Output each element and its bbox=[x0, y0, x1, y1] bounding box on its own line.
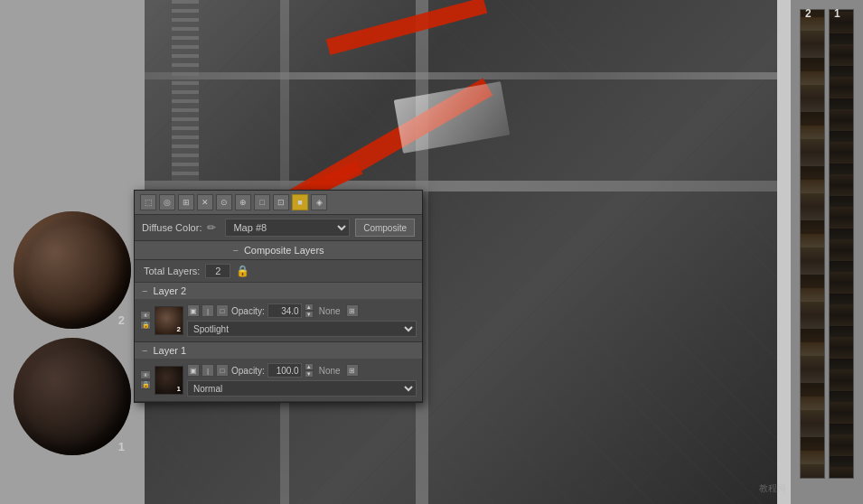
sphere-2-preview[interactable] bbox=[14, 211, 131, 329]
layer-2-none-label: None bbox=[316, 306, 343, 316]
layer-1-opacity-label: Opacity: bbox=[231, 366, 265, 376]
layer-1-spinner: ▲ ▼ bbox=[305, 363, 314, 378]
composite-layers-panel: − Composite Layers Total Layers: 2 🔒 − L… bbox=[135, 241, 422, 402]
eyedropper-icon[interactable]: ✏ bbox=[207, 221, 220, 234]
mat-editor-toolbar: ⬚ ◎ ⊞ ✕ ⊙ ⊕ □ ⊡ ■ ◈ bbox=[135, 191, 422, 215]
tex-strip-2-label: 2 bbox=[805, 7, 811, 20]
layer-1-section: − Layer 1 👁 🔒 1 ▣ | □ bbox=[135, 342, 422, 402]
lock-icon: 🔒 bbox=[236, 265, 249, 277]
layer-1-body: 👁 🔒 1 ▣ | □ Opacity: bbox=[135, 359, 422, 401]
composite-layers-title: Composite Layers bbox=[244, 245, 324, 256]
toolbar-icon-6[interactable]: ⊕ bbox=[235, 194, 251, 210]
total-layers-input[interactable]: 2 bbox=[205, 264, 230, 278]
tex-strip-1-wrapper[interactable]: 1 bbox=[829, 9, 854, 479]
sphere-1-preview[interactable] bbox=[14, 338, 131, 455]
watermark: 教程网 bbox=[759, 482, 786, 495]
layer-1-icon-group: ▣ | □ bbox=[187, 364, 229, 377]
layer-1-none-label: None bbox=[316, 366, 343, 376]
layer-2-collapse-btn[interactable]: − bbox=[142, 285, 147, 296]
layer-2-lock-icon[interactable]: 🔒 bbox=[140, 321, 151, 330]
layer-1-icon-b[interactable]: | bbox=[202, 364, 214, 377]
toolbar-icon-4[interactable]: ✕ bbox=[197, 194, 213, 210]
chain-area bbox=[172, 0, 199, 181]
layer-1-blend-dropdown[interactable]: Normal bbox=[187, 380, 417, 397]
layer-1-spin-up[interactable]: ▲ bbox=[305, 363, 314, 370]
layer-2-icon-b[interactable]: | bbox=[202, 304, 214, 317]
composite-button[interactable]: Composite bbox=[355, 219, 415, 237]
layer-1-icon-a[interactable]: ▣ bbox=[187, 364, 200, 377]
layer-2-header: − Layer 2 bbox=[135, 283, 422, 299]
layer-2-thumb[interactable]: 2 bbox=[155, 306, 183, 335]
layer-1-thumb[interactable]: 1 bbox=[155, 366, 183, 395]
layer-2-icon-c[interactable]: □ bbox=[216, 304, 229, 317]
toolbar-icon-3[interactable]: ⊞ bbox=[178, 194, 194, 210]
sphere-2-wrapper[interactable]: 2 bbox=[9, 208, 136, 334]
layer-2-left-icons: 👁 🔒 bbox=[140, 311, 151, 330]
layer-2-spin-up[interactable]: ▲ bbox=[305, 303, 314, 311]
left-preview-panel: 2 1 bbox=[0, 0, 145, 504]
layer-2-bottom-row: Spotlight bbox=[187, 321, 417, 337]
tex-strip-2-wrapper[interactable]: 2 bbox=[800, 9, 825, 479]
layer-2-spin-down[interactable]: ▼ bbox=[305, 311, 314, 318]
layer-2-end-icon[interactable]: ⊞ bbox=[346, 304, 359, 317]
sphere-1-wrapper[interactable]: 1 bbox=[9, 334, 136, 461]
layer-2-opacity-input[interactable] bbox=[267, 303, 302, 318]
layer-1-header: − Layer 1 bbox=[135, 342, 422, 359]
layer-1-bottom-row: Normal bbox=[187, 380, 417, 397]
layer-2-opacity-label: Opacity: bbox=[231, 306, 265, 316]
total-layers-row: Total Layers: 2 🔒 bbox=[135, 260, 422, 283]
layer-2-top-row: ▣ | □ Opacity: ▲ ▼ None ⊞ bbox=[187, 303, 417, 318]
layer-1-top-row: ▣ | □ Opacity: ▲ ▼ None ⊞ bbox=[187, 363, 417, 378]
layer-2-vis-icon[interactable]: 👁 bbox=[140, 311, 151, 320]
layer-2-spinner: ▲ ▼ bbox=[305, 303, 314, 318]
layer-2-thumb-label: 2 bbox=[177, 325, 181, 333]
toolbar-icon-5[interactable]: ⊙ bbox=[216, 194, 232, 210]
toolbar-icon-2[interactable]: ◎ bbox=[159, 194, 175, 210]
layer-2-icon-group: ▣ | □ bbox=[187, 304, 229, 317]
layer-2-section: − Layer 2 👁 🔒 2 ▣ | □ bbox=[135, 283, 422, 342]
tex-strip-1-label: 1 bbox=[834, 7, 840, 20]
toolbar-icon-8[interactable]: ⊡ bbox=[273, 194, 289, 210]
toolbar-icon-7[interactable]: □ bbox=[254, 194, 270, 210]
layer-1-opacity-input[interactable] bbox=[267, 363, 302, 378]
layer-2-blend-dropdown[interactable]: Spotlight bbox=[187, 321, 417, 337]
toolbar-icon-10[interactable]: ◈ bbox=[311, 194, 327, 210]
diffuse-color-row: Diffuse Color: ✏ Map #8 Composite bbox=[135, 215, 422, 241]
toolbar-icon-1[interactable]: ⬚ bbox=[140, 194, 156, 210]
tex-strip-1[interactable] bbox=[829, 9, 854, 479]
layer-1-end-icon[interactable]: ⊞ bbox=[346, 364, 359, 377]
layer-2-title: Layer 2 bbox=[153, 285, 186, 296]
total-layers-label: Total Layers: bbox=[144, 266, 200, 276]
layer-1-title: Layer 1 bbox=[153, 345, 186, 356]
pipe-h1 bbox=[145, 72, 777, 79]
composite-layers-header: − Composite Layers bbox=[135, 241, 422, 260]
layer-1-thumb-label: 1 bbox=[177, 385, 181, 393]
diffuse-label: Diffuse Color: bbox=[142, 222, 202, 233]
layer-1-icon-c[interactable]: □ bbox=[216, 364, 229, 377]
layer-1-vis-icon[interactable]: 👁 bbox=[140, 370, 151, 379]
sphere-1-label: 1 bbox=[118, 440, 125, 453]
composite-collapse-btn[interactable]: − bbox=[232, 245, 238, 256]
sphere-2-label: 2 bbox=[118, 313, 125, 327]
layer-1-left-icons: 👁 🔒 bbox=[140, 370, 151, 389]
material-editor-dialog: ⬚ ◎ ⊞ ✕ ⊙ ⊕ □ ⊡ ■ ◈ Diffuse Color: ✏ Map… bbox=[134, 190, 423, 403]
right-texture-panel: 2 1 bbox=[791, 0, 863, 504]
layer-1-spin-down[interactable]: ▼ bbox=[305, 370, 314, 378]
layer-2-body: 👁 🔒 2 ▣ | □ Opacity: bbox=[135, 299, 422, 341]
layer-1-collapse-btn[interactable]: − bbox=[142, 345, 147, 356]
layer-2-icon-a[interactable]: ▣ bbox=[187, 304, 200, 317]
map-dropdown[interactable]: Map #8 bbox=[225, 219, 350, 237]
tex-strip-2[interactable] bbox=[800, 9, 825, 479]
layer-2-controls: ▣ | □ Opacity: ▲ ▼ None ⊞ bbox=[187, 303, 417, 337]
toolbar-icon-active[interactable]: ■ bbox=[292, 194, 308, 210]
layer-1-controls: ▣ | □ Opacity: ▲ ▼ None ⊞ bbox=[187, 363, 417, 397]
layer-1-lock-icon[interactable]: 🔒 bbox=[140, 380, 151, 389]
